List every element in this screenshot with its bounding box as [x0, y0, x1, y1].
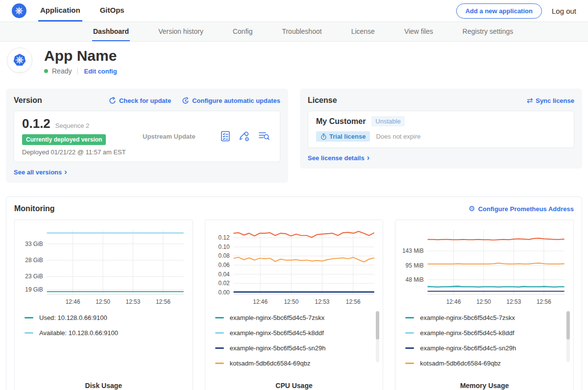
chart-title: CPU Usage [210, 375, 378, 390]
x-tick-label: 12:53 [507, 298, 521, 305]
x-tick-label: 12:46 [253, 298, 268, 305]
version-card: Version Check for update Configure au [6, 89, 288, 183]
y-tick-label: 95 MiB [406, 262, 424, 269]
y-tick-label: 19 GiB [25, 286, 43, 293]
legend-swatch [24, 317, 33, 318]
x-tick-label: 12:56 [156, 298, 171, 305]
legend-swatch [405, 332, 414, 334]
legend-scrollbar-thumb[interactable] [566, 311, 570, 340]
tab-registry-settings[interactable]: Registry settings [462, 22, 514, 41]
y-tick-label: 23 GiB [25, 273, 43, 280]
license-summary: My Customer Unstable Trial license Does … [308, 111, 574, 148]
configure-automatic-updates-link[interactable]: Configure automatic updates [182, 97, 280, 104]
legend-item: example-nginx-5bc6f5d4c5-k8ddf [215, 329, 378, 337]
chevron-right-icon: › [367, 154, 369, 162]
customer-name: My Customer [316, 117, 366, 126]
see-all-versions-link[interactable]: See all versions › [14, 168, 67, 176]
sync-arrows-icon: ⇄ [527, 96, 533, 105]
x-tick-label: 12:46 [446, 298, 461, 305]
top-nav: Application GitOps Add a new application… [0, 0, 588, 22]
preflight-checks-icon[interactable] [220, 130, 231, 142]
monitoring-panel: Monitoring ⚙ Configure Prometheus Addres… [6, 196, 582, 390]
legend-label: example-nginx-5bc6f5d4c5-7zskx [420, 314, 515, 321]
legend-label: kotsadm-5db6dc6584-69qbz [230, 360, 311, 367]
y-tick-label: 0.02 [218, 280, 230, 287]
y-tick-label: 33 GiB [25, 241, 43, 247]
chart-title: Memory Usage [400, 375, 568, 390]
y-tick-label: 0.08 [218, 252, 230, 259]
legend-item: kotsadm-5db6dc6584-69qbz [215, 360, 378, 367]
legend-swatch [405, 347, 414, 349]
legend-label: kotsadm-5db6dc6584-69qbz [420, 360, 501, 367]
y-tick-label: 48 MiB [406, 276, 424, 283]
topnav-tab-gitops[interactable]: GitOps [98, 0, 126, 22]
divider [77, 68, 78, 74]
chart-title: Disk Usage [20, 375, 188, 390]
chart-legend: example-nginx-5bc6f5d4c5-7zskxexample-ng… [405, 314, 568, 375]
tab-version-history[interactable]: Version history [157, 22, 204, 41]
series-line [428, 263, 564, 264]
legend-scrollbar [376, 311, 379, 362]
tab-config[interactable]: Config [232, 22, 253, 41]
version-number: 0.1.2 [22, 116, 50, 131]
legend-label: example-nginx-5bc6f5d4c5-sn29h [420, 344, 516, 352]
check-for-update-link[interactable]: Check for update [109, 97, 171, 104]
series-line [428, 286, 564, 287]
x-tick-label: 12:56 [345, 298, 360, 305]
chart-plot: 12:4612:5012:5312:560.120.100.080.060.04… [210, 225, 378, 308]
y-tick-label: 0.12 [218, 234, 230, 241]
tab-troubleshoot[interactable]: Troubleshoot [281, 22, 322, 41]
deploy-logs-icon[interactable] [258, 130, 270, 142]
legend-swatch [24, 332, 33, 334]
legend-swatch [215, 317, 224, 318]
license-card: License ⇄ Sync license My Customer Unsta… [300, 89, 582, 169]
x-tick-label: 12:50 [284, 298, 298, 305]
legend-item: Available: 10.128.0.66:9100 [24, 329, 188, 337]
license-type-badge: Trial license [316, 131, 370, 142]
legend-item: example-nginx-5bc6f5d4c5-sn29h [215, 344, 378, 352]
legend-label: example-nginx-5bc6f5d4c5-7zskx [230, 314, 325, 321]
current-version-row: 0.1.2 Sequence 2 Currently deployed vers… [14, 111, 280, 162]
chart-legend: Used: 10.128.0.66:9100Available: 10.128.… [24, 314, 188, 344]
edit-config-link[interactable]: Edit config [84, 68, 117, 75]
y-tick-label: 0.00 [218, 289, 230, 296]
version-source-label: Upstream Update [143, 133, 196, 140]
deployed-timestamp: Deployed 01/21/22 @ 11:57 am EST [22, 148, 130, 156]
schedule-update-icon [182, 97, 189, 104]
channel-badge: Unstable [371, 116, 404, 126]
chart-card-memory-usage: 12:4612:5012:5312:56143 MiB95 MiB48 MiBe… [395, 219, 574, 390]
edit-config-values-icon[interactable] [239, 130, 250, 142]
tab-view-files[interactable]: View files [403, 22, 434, 41]
legend-label: Used: 10.128.0.66:9100 [39, 314, 107, 321]
add-application-button[interactable]: Add a new application [456, 3, 542, 19]
legend-item: example-nginx-5bc6f5d4c5-7zskx [405, 314, 568, 321]
y-tick-label: 0.04 [218, 271, 230, 278]
chart-plot: 12:4612:5012:5312:56143 MiB95 MiB48 MiB [400, 225, 568, 308]
x-tick-label: 12:46 [66, 298, 80, 305]
chevron-right-icon: › [64, 168, 67, 176]
see-license-details-link[interactable]: See license details › [308, 154, 369, 162]
legend-label: example-nginx-5bc6f5d4c5-sn29h [230, 344, 326, 352]
tab-dashboard[interactable]: Dashboard [92, 22, 130, 41]
tab-license[interactable]: License [350, 22, 376, 41]
app-sub-nav: Dashboard Version history Config Trouble… [0, 22, 588, 42]
app-logo-icon [7, 48, 32, 73]
chart-legend: example-nginx-5bc6f5d4c5-7zskxexample-ng… [215, 314, 378, 375]
kubernetes-logo-icon [12, 0, 26, 22]
topnav-tab-application[interactable]: Application [38, 0, 82, 22]
legend-label: example-nginx-5bc6f5d4c5-k8ddf [420, 329, 514, 337]
logout-link[interactable]: Log out [552, 7, 576, 15]
y-tick-label: 0.10 [218, 244, 230, 250]
x-tick-label: 12:53 [315, 298, 329, 305]
sync-license-link[interactable]: ⇄ Sync license [527, 96, 574, 105]
legend-swatch [215, 332, 224, 334]
x-tick-label: 12:56 [537, 298, 551, 305]
legend-scrollbar-thumb[interactable] [376, 311, 379, 340]
monitoring-title: Monitoring [14, 204, 55, 213]
configure-prometheus-link[interactable]: ⚙ Configure Prometheus Address [468, 204, 574, 213]
legend-item: example-nginx-5bc6f5d4c5-k8ddf [405, 329, 568, 337]
x-tick-label: 12:50 [96, 298, 110, 305]
legend-swatch [405, 363, 414, 364]
legend-item: example-nginx-5bc6f5d4c5-sn29h [405, 344, 568, 352]
legend-label: Available: 10.128.0.66:9100 [39, 329, 118, 337]
